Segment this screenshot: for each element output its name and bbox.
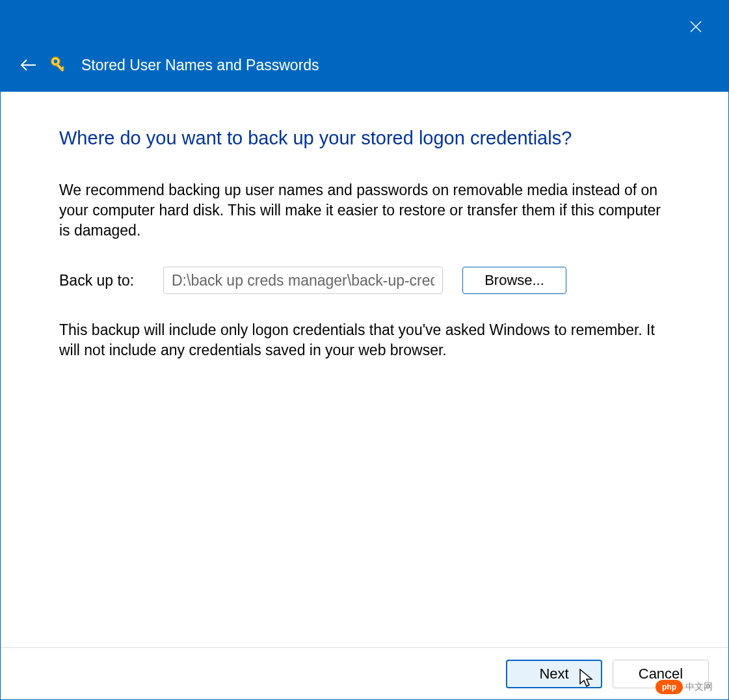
footer: Next Cancel php 中文网 (1, 647, 728, 699)
key-icon (49, 55, 70, 75)
cancel-button[interactable]: Cancel (613, 660, 709, 688)
back-button[interactable] (19, 56, 37, 74)
window-title: Stored User Names and Passwords (81, 57, 319, 74)
browse-button[interactable]: Browse... (462, 267, 566, 294)
title-row: Stored User Names and Passwords (19, 55, 319, 75)
backup-path-input[interactable] (163, 267, 443, 294)
close-button[interactable] (683, 14, 709, 40)
page-heading: Where do you want to back up your stored… (59, 128, 670, 149)
close-icon (688, 19, 704, 34)
content-area: Where do you want to back up your stored… (1, 92, 728, 647)
backup-label: Back up to: (59, 272, 144, 289)
titlebar: Stored User Names and Passwords (1, 1, 728, 92)
svg-point-4 (54, 60, 58, 64)
description-text: We recommend backing up user names and p… (59, 180, 670, 241)
next-button[interactable]: Next (506, 660, 602, 688)
description2-text: This backup will include only logon cred… (59, 320, 670, 360)
backup-path-row: Back up to: Browse... (59, 267, 670, 294)
back-arrow-icon (19, 57, 37, 73)
